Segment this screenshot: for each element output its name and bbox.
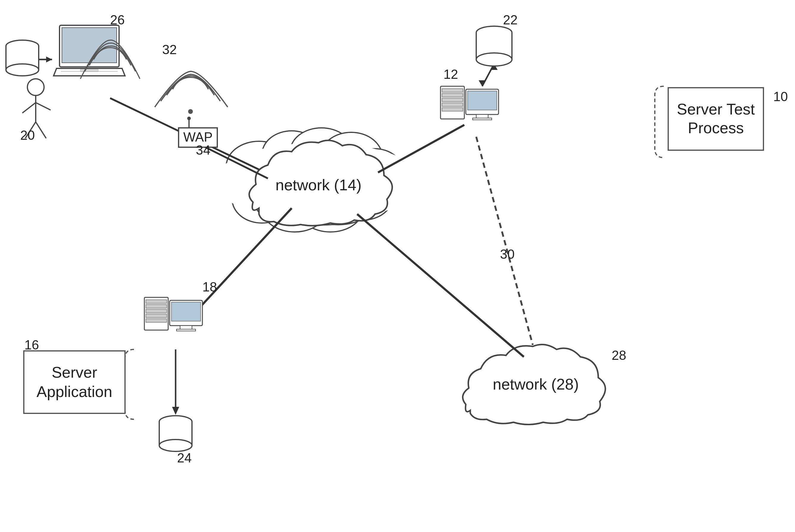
svg-rect-19 [442,103,463,107]
network-cloud-28-main: network (28) [463,344,606,424]
svg-line-55 [36,122,46,138]
svg-line-53 [36,102,51,110]
server12-to-network28-dashed [476,137,533,345]
svg-point-58 [187,117,191,120]
network28-label: network (28) [493,376,579,393]
svg-rect-26 [146,300,167,303]
svg-rect-29 [146,314,167,318]
server-application-group: Server Application [24,349,134,419]
ref-28: 28 [612,348,626,362]
laptop-26 [54,25,125,76]
server-application-label-line1: Server [52,364,97,381]
diagram-container: network (14) network (28) [0,0,795,532]
svg-rect-30 [146,319,167,322]
wireless-waves-wap [155,71,228,114]
server-test-process-label-line1: Server Test [677,100,755,118]
svg-rect-20 [442,108,463,111]
database-topleft [6,40,39,76]
server-application-label-line2: Application [37,383,112,400]
ref-34: 34 [196,143,211,157]
svg-rect-27 [146,305,167,308]
svg-line-52 [22,102,36,113]
server12-to-network-line [378,125,464,172]
svg-rect-32 [171,302,201,321]
svg-rect-24 [473,118,492,120]
server-18 [144,297,202,331]
database-22 [476,26,512,66]
svg-rect-33 [180,326,192,329]
svg-point-50 [28,79,44,95]
arrow-down-12 [478,80,486,86]
svg-point-59 [188,109,193,114]
database-24 [159,416,192,451]
server-test-process-label-line2: Process [688,119,744,136]
network14-label: network (14) [276,176,362,194]
svg-rect-28 [146,309,167,313]
ref-22: 22 [503,13,518,27]
ref-18: 18 [202,280,217,294]
svg-rect-34 [177,329,196,331]
server-12 [440,86,499,120]
svg-rect-46 [62,28,117,63]
ref-12: 12 [444,67,458,81]
svg-point-39 [159,439,192,451]
svg-rect-22 [468,91,497,110]
ref-32: 32 [162,42,177,57]
ref-16: 16 [24,338,39,352]
server-test-process-group: Server Test Process [655,86,763,158]
svg-rect-61 [24,351,125,413]
network14-to-network28-line [357,214,524,357]
ref-26: 26 [110,13,125,27]
ref-20: 20 [20,128,35,142]
arrow-down-24 [172,407,179,415]
svg-rect-60 [668,88,763,150]
svg-rect-23 [476,114,488,118]
ref-10: 10 [773,89,788,104]
ref-30: 30 [500,247,514,261]
svg-rect-18 [442,98,463,102]
svg-rect-16 [442,89,463,92]
main-diagram-svg: network (14) network (28) [0,0,795,532]
svg-point-14 [476,53,512,66]
svg-point-44 [6,64,39,76]
svg-rect-17 [442,93,463,97]
arrow-right-laptop [46,57,52,62]
ref-24: 24 [177,451,192,465]
wap-label: WAP [183,130,213,144]
